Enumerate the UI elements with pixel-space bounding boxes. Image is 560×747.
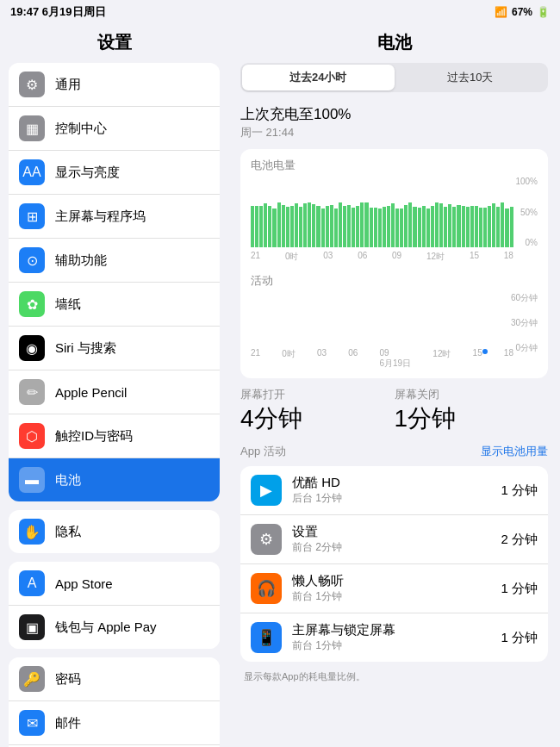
battery-bar <box>408 202 412 247</box>
battery-bar <box>383 207 386 247</box>
battery-bar <box>277 202 281 247</box>
mail-icon: ✉ <box>19 710 45 736</box>
battery-bar <box>290 206 294 247</box>
screen-stat-screen-on: 屏幕打开 4分钟 <box>240 387 395 435</box>
app-sub-homescreen: 前台 1分钟 <box>292 638 501 653</box>
battery-y-label: 50% <box>515 208 538 217</box>
sidebar-item-siri[interactable]: ◉Siri 与搜索 <box>9 327 220 370</box>
sidebar-item-label-touchid: 触控ID与密码 <box>55 428 133 445</box>
battery-bar <box>444 207 447 247</box>
settings-group-2: AApp Store▣钱包与 Apple Pay <box>9 562 220 649</box>
wallet-icon: ▣ <box>19 614 45 640</box>
settings-group-0: ⚙通用▦控制中心AA显示与亮度⊞主屏幕与程序坞⊙辅助功能✿墙纸◉Siri 与搜索… <box>9 63 220 501</box>
battery-bar <box>286 207 289 247</box>
battery-bar <box>395 209 399 247</box>
app-name-homescreen: 主屏幕与锁定屏幕 <box>292 622 501 638</box>
privacy-icon: ✋ <box>19 519 45 545</box>
battery-bar <box>431 206 434 247</box>
footer-note: 显示每款App的耗电量比例。 <box>240 670 548 683</box>
pencil-icon: ✏ <box>19 379 45 405</box>
activity-x-label: 21 <box>251 348 260 370</box>
show-battery-link[interactable]: 显示电池用量 <box>481 444 548 459</box>
battery-bar <box>255 206 258 247</box>
sidebar-item-wallpaper[interactable]: ✿墙纸 <box>9 283 220 327</box>
activity-x-labels: 210时0306096月19日12时1518 <box>251 348 513 370</box>
tab-bar: 过去24小时过去10天 <box>240 63 548 92</box>
screen-stat-screen-off: 屏幕关闭 1分钟 <box>395 387 549 435</box>
sidebar-item-touchid[interactable]: ⬡触控ID与密码 <box>9 414 220 458</box>
activity-x-label: 096月19日 <box>380 348 412 370</box>
battery-bar <box>268 206 271 247</box>
sidebar-item-control-center[interactable]: ▦控制中心 <box>9 107 220 151</box>
battery-bar <box>439 203 443 247</box>
touchid-icon: ⬡ <box>19 423 45 449</box>
battery-x-label: 0时 <box>285 251 299 263</box>
app-info-settings: 设置 前台 2分钟 <box>292 524 501 555</box>
control-center-icon: ▦ <box>19 115 45 141</box>
sidebar-item-label-privacy: 隐私 <box>55 524 81 540</box>
sidebar-item-label-passwords: 密码 <box>55 671 81 688</box>
battery-bar <box>272 209 276 247</box>
app-name-lazy: 懒人畅听 <box>292 573 501 589</box>
battery-bar <box>387 206 390 247</box>
charge-info: 上次充电至100% 周一 21:44 <box>240 104 548 140</box>
sidebar-item-home-screen[interactable]: ⊞主屏幕与程序坞 <box>9 195 220 239</box>
battery-bar <box>352 208 355 247</box>
battery-chart-label: 电池电量 <box>251 158 538 173</box>
battery-bar <box>496 207 500 247</box>
battery-y-labels: 100%50%0% <box>515 177 538 247</box>
siri-icon: ◉ <box>19 335 45 361</box>
battery-x-label: 06 <box>358 251 367 263</box>
sidebar-item-label-display: 显示与亮度 <box>55 165 120 181</box>
app-item-homescreen: 📱 主屏幕与锁定屏幕 前台 1分钟 1 分钟 <box>240 613 548 662</box>
activity-x-label: 06 <box>348 348 358 370</box>
battery-x-label: 09 <box>392 251 401 263</box>
passwords-icon: 🔑 <box>19 666 45 692</box>
app-icon-youku: ▶ <box>251 475 282 506</box>
app-time-settings: 2 分钟 <box>501 532 538 548</box>
sidebar-item-battery[interactable]: ▬电池 <box>9 458 220 501</box>
sidebar-item-label-appstore: App Store <box>55 576 113 591</box>
wifi-icon: 📶 <box>495 6 507 18</box>
battery-bar <box>426 209 430 247</box>
screen-stat-value-screen-off: 1分钟 <box>395 402 549 435</box>
app-list: ▶ 优酷 HD 后台 1分钟 1 分钟⚙ 设置 前台 2分钟 2 分钟🎧 懒人畅… <box>240 466 548 662</box>
sidebar-item-wallet[interactable]: ▣钱包与 Apple Pay <box>9 606 220 649</box>
battery-bar <box>316 206 320 247</box>
sidebar-item-pencil[interactable]: ✏Apple Pencil <box>9 370 220 414</box>
sidebar-item-appstore[interactable]: AApp Store <box>9 562 220 606</box>
battery-bar <box>435 202 439 247</box>
sidebar-item-privacy[interactable]: ✋隐私 <box>9 510 220 553</box>
battery-bar <box>295 203 298 247</box>
screen-stats: 屏幕打开 4分钟 屏幕关闭 1分钟 <box>240 387 548 435</box>
battery-icon: ▬ <box>19 467 45 493</box>
app-time-homescreen: 1 分钟 <box>501 630 538 646</box>
charge-title: 上次充电至100% <box>240 104 548 124</box>
settings-group-3: 🔑密码✉邮件👤通讯录📅日历📝备忘录☰提醒事项 <box>9 657 220 747</box>
sidebar-item-mail[interactable]: ✉邮件 <box>9 701 220 745</box>
app-name-youku: 优酷 HD <box>292 475 501 491</box>
activity-chart: 60分钟30分钟0分钟 210时0306096月19日12时1518 <box>251 292 538 370</box>
battery-bar <box>264 203 267 247</box>
battery-bar <box>501 202 504 247</box>
battery-bar <box>400 209 403 247</box>
battery-x-label: 18 <box>504 251 513 263</box>
tab-10d[interactable]: 过去10天 <box>395 65 547 90</box>
activity-y-labels: 60分钟30分钟0分钟 <box>511 292 538 354</box>
battery-bar <box>466 207 470 247</box>
sidebar-item-display[interactable]: AA显示与亮度 <box>9 151 220 195</box>
battery-bar <box>251 206 254 247</box>
sidebar-item-label-general: 通用 <box>55 77 81 93</box>
screen-stat-value-screen-on: 4分钟 <box>240 402 395 435</box>
sidebar-item-general[interactable]: ⚙通用 <box>9 63 220 107</box>
sidebar-item-label-mail: 邮件 <box>55 715 81 731</box>
general-icon: ⚙ <box>19 72 45 97</box>
sidebar-item-accessibility[interactable]: ⊙辅助功能 <box>9 239 220 283</box>
tab-24h[interactable]: 过去24小时 <box>242 65 395 90</box>
sidebar-item-passwords[interactable]: 🔑密码 <box>9 657 220 701</box>
battery-percent: 67% <box>512 6 532 18</box>
battery-bar <box>356 206 359 247</box>
app-item-lazy: 🎧 懒人畅听 前台 1分钟 1 分钟 <box>240 564 548 613</box>
sidebar: 设置 ⚙通用▦控制中心AA显示与亮度⊞主屏幕与程序坞⊙辅助功能✿墙纸◉Siri … <box>0 24 228 747</box>
activity-chart-label: 活动 <box>251 273 538 289</box>
